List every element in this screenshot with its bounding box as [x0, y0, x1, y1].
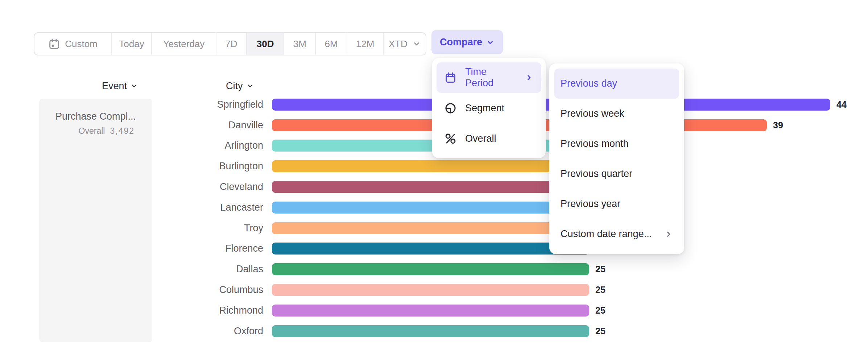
date-range-button-6m[interactable]: 6M — [316, 33, 347, 55]
city-column-header[interactable]: City — [226, 79, 254, 92]
date-range-toolbar: CustomTodayYesterday7D30D3M6M12MXTD — [34, 32, 426, 55]
date-range-button-label: 3M — [293, 38, 306, 50]
bar-value-label: 25 — [595, 285, 605, 295]
time-period-item-previous-day[interactable]: Previous day — [554, 69, 679, 99]
menu-item-label: Previous week — [561, 108, 624, 119]
date-range-button-12m[interactable]: 12M — [347, 33, 384, 55]
date-range-button-label: Custom — [65, 38, 98, 50]
date-range-button-3m[interactable]: 3M — [284, 33, 316, 55]
bar-richmond[interactable] — [272, 305, 589, 317]
bar-category-label: Arlington — [0, 140, 263, 151]
bar-category-label: Troy — [0, 223, 263, 234]
bar-category-label: Cleveland — [0, 181, 263, 193]
bar-category-label: Columbus — [0, 284, 263, 295]
bar-columbus[interactable] — [272, 284, 589, 296]
bar-category-label: Oxford — [0, 326, 263, 337]
bar-category-label: Lancaster — [0, 202, 263, 213]
menu-item-label: Previous quarter — [561, 168, 632, 179]
menu-item-label: Previous month — [561, 138, 629, 149]
time-period-item-previous-year[interactable]: Previous year — [554, 189, 679, 219]
date-range-button-custom[interactable]: Custom — [34, 33, 112, 55]
compare-menu-item-time-period[interactable]: Time Period — [437, 62, 541, 93]
percent-icon — [445, 133, 456, 145]
analytics-report-page: CustomTodayYesterday7D30D3M6M12MXTD Comp… — [0, 0, 868, 364]
compare-button-label: Compare — [440, 37, 482, 48]
chart-row-danville: Danville39 — [0, 115, 847, 136]
bar-value-label: 25 — [595, 326, 605, 336]
bar-category-label: Burlington — [0, 161, 263, 172]
bar-dallas[interactable] — [272, 263, 589, 275]
bar-category-label: Richmond — [0, 305, 263, 316]
compare-menu-item-segment[interactable]: Segment — [437, 93, 541, 123]
time-period-item-previous-quarter[interactable]: Previous quarter — [554, 159, 679, 189]
date-range-button-xtd[interactable]: XTD — [384, 33, 426, 55]
date-range-button-label: 30D — [257, 38, 274, 50]
menu-item-label: Previous day — [561, 78, 617, 89]
bar-florence[interactable] — [272, 243, 589, 255]
chevron-right-icon — [664, 230, 673, 239]
menu-item-label: Overall — [465, 133, 496, 144]
chevron-right-icon — [525, 73, 533, 82]
chart-row-arlington: Arlington — [0, 136, 847, 156]
compare-menu-item-overall[interactable]: Overall — [437, 123, 541, 154]
bar-oxford[interactable] — [272, 325, 589, 337]
bar-chart: Springfield44Danville39ArlingtonBurlingt… — [0, 94, 847, 342]
event-column-header[interactable]: Event — [102, 79, 138, 92]
time-period-submenu: Previous dayPrevious weekPrevious monthP… — [549, 63, 684, 254]
menu-item-label: Previous year — [561, 198, 620, 210]
bar-value-label: 44 — [836, 99, 847, 110]
menu-item-label: Custom date range... — [561, 228, 652, 240]
chart-row-burlington: Burlington — [0, 156, 847, 177]
time-period-item-previous-month[interactable]: Previous month — [554, 129, 679, 159]
chart-row-troy: Troy — [0, 218, 847, 239]
bar-category-label: Springfield — [0, 99, 263, 110]
chevron-down-icon — [246, 82, 254, 90]
date-range-button-label: Today — [119, 38, 144, 50]
compare-button[interactable]: Compare — [431, 30, 503, 54]
segment-icon — [445, 102, 456, 114]
compare-menu: Time PeriodSegmentOverall — [432, 58, 546, 158]
calendar-icon — [445, 72, 456, 84]
date-range-button-yesterday[interactable]: Yesterday — [152, 33, 216, 55]
bar-category-label: Dallas — [0, 264, 263, 275]
date-range-button-label: XTD — [389, 38, 408, 50]
date-range-button-30d[interactable]: 30D — [247, 33, 285, 55]
time-period-item-custom-date-range-[interactable]: Custom date range... — [554, 219, 679, 249]
chevron-down-icon — [412, 40, 421, 48]
date-range-button-7d[interactable]: 7D — [216, 33, 247, 55]
chart-row-florence: Florence — [0, 239, 847, 259]
date-range-button-label: 7D — [225, 38, 237, 50]
chevron-down-icon — [486, 38, 495, 47]
chart-row-oxford: Oxford25 — [0, 321, 847, 342]
city-column-header-label: City — [226, 80, 243, 92]
date-range-button-label: Yesterday — [163, 38, 205, 50]
menu-item-label: Segment — [465, 103, 504, 114]
event-column-header-label: Event — [102, 80, 127, 92]
bar-value-label: 39 — [773, 120, 783, 131]
chart-row-lancaster: Lancaster — [0, 197, 847, 218]
bar-category-label: Florence — [0, 243, 263, 254]
date-range-button-today[interactable]: Today — [112, 33, 152, 55]
date-range-button-label: 6M — [325, 38, 338, 50]
menu-item-label: Time Period — [465, 66, 516, 89]
date-range-button-label: 12M — [356, 38, 375, 50]
chart-row-springfield: Springfield44 — [0, 94, 847, 115]
chart-row-columbus: Columbus25 — [0, 280, 847, 300]
calendar-icon — [48, 38, 60, 50]
time-period-item-previous-week[interactable]: Previous week — [554, 99, 679, 129]
chart-row-cleveland: Cleveland — [0, 177, 847, 197]
chart-row-dallas: Dallas25 — [0, 259, 847, 280]
bar-value-label: 25 — [595, 305, 605, 316]
bar-category-label: Danville — [0, 120, 263, 131]
bar-value-label: 25 — [595, 264, 605, 274]
chevron-down-icon — [130, 82, 138, 90]
chart-row-richmond: Richmond25 — [0, 300, 847, 321]
